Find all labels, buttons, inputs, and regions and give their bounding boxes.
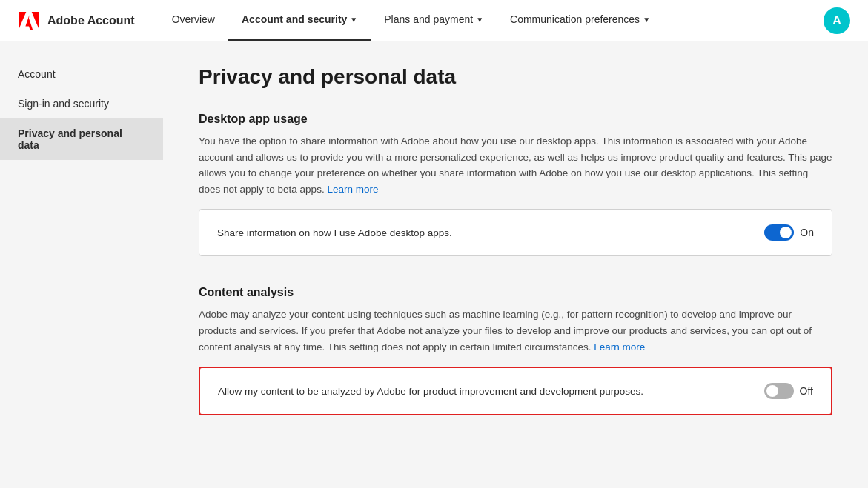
content-analysis-toggle-wrapper: Off: [764, 383, 813, 399]
chevron-down-icon: ▼: [643, 16, 650, 24]
toggle-track: [764, 383, 794, 399]
desktop-app-toggle-label: Share information on how I use Adobe des…: [217, 227, 452, 238]
nav-item-account-security[interactable]: Account and security ▼: [228, 0, 371, 41]
sidebar-item-privacy[interactable]: Privacy and personal data: [0, 118, 163, 160]
page-layout: Account Sign-in and security Privacy and…: [0, 41, 868, 488]
sidebar: Account Sign-in and security Privacy and…: [0, 41, 163, 488]
chevron-down-icon: ▼: [350, 16, 357, 24]
content-analysis-section: Content analysis Adobe may analyze your …: [199, 286, 832, 415]
adobe-logo-icon: [18, 12, 40, 30]
main-content: Privacy and personal data Desktop app us…: [163, 41, 868, 488]
content-analysis-title: Content analysis: [199, 286, 832, 299]
content-analysis-toggle[interactable]: [764, 383, 794, 399]
header-brand-text: Adobe Account: [47, 14, 135, 27]
content-analysis-toggle-label: Allow my content to be analyzed by Adobe…: [218, 386, 643, 397]
desktop-app-toggle-wrapper: On: [764, 224, 814, 241]
content-analysis-toggle-status: Off: [800, 385, 813, 397]
desktop-app-usage-desc: You have the option to share information…: [199, 133, 832, 197]
desktop-app-toggle-status: On: [800, 227, 814, 238]
toggle-thumb: [780, 227, 792, 238]
desktop-app-learn-more-link[interactable]: Learn more: [327, 184, 378, 195]
desktop-app-usage-section: Desktop app usage You have the option to…: [199, 113, 832, 256]
sidebar-item-account[interactable]: Account: [0, 59, 163, 89]
toggle-thumb: [766, 385, 778, 397]
nav-item-communication[interactable]: Communication preferences ▼: [497, 0, 663, 41]
desktop-app-toggle[interactable]: [764, 224, 794, 241]
content-analysis-desc: Adobe may analyze your content using tec…: [199, 307, 832, 355]
chevron-down-icon: ▼: [476, 16, 483, 24]
sidebar-item-signin-security[interactable]: Sign-in and security: [0, 89, 163, 118]
content-analysis-learn-more-link[interactable]: Learn more: [594, 341, 645, 352]
nav-item-plans-payment[interactable]: Plans and payment ▼: [371, 0, 497, 41]
adobe-logo-link[interactable]: Adobe Account: [18, 12, 135, 30]
page-title: Privacy and personal data: [199, 65, 832, 89]
content-analysis-toggle-card: Allow my content to be analyzed by Adobe…: [199, 367, 832, 415]
avatar[interactable]: A: [824, 7, 850, 34]
desktop-app-toggle-card: Share information on how I use Adobe des…: [199, 209, 832, 256]
desktop-app-usage-title: Desktop app usage: [199, 113, 832, 126]
header-nav: Overview Account and security ▼ Plans an…: [159, 0, 824, 41]
nav-item-overview[interactable]: Overview: [159, 0, 228, 41]
toggle-track: [764, 224, 794, 241]
header: Adobe Account Overview Account and secur…: [0, 0, 868, 41]
